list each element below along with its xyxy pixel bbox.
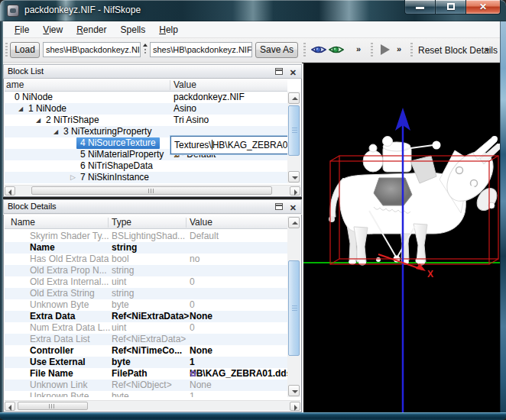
column-header-value[interactable]: Value — [174, 79, 196, 90]
cell-type[interactable]: BSLightingShad... — [112, 231, 185, 242]
cell-name[interactable]: Use External — [30, 357, 86, 368]
tree-row-value[interactable]: packdonkeyz.NIF — [174, 92, 245, 103]
cell-name[interactable]: Has Old Extra Data — [30, 254, 109, 265]
menu-item-help[interactable]: Help — [152, 23, 185, 37]
save-path-input[interactable]: shes\HB\packdonkeyz.NIF — [150, 42, 252, 57]
tree-row-name[interactable]: 1 NiNode — [28, 103, 66, 115]
column-divider[interactable] — [170, 80, 170, 90]
scroll-left-button[interactable] — [5, 186, 15, 195]
table-row[interactable]: Unknown LinkRef<NiObject>None — [5, 380, 287, 391]
tree-row[interactable]: 6 NiTriShapeData — [5, 160, 287, 172]
scroll-thumb[interactable] — [31, 186, 272, 195]
menu-item-spells[interactable]: Spells — [114, 23, 153, 37]
animation-overflow-chevron[interactable]: » — [397, 44, 401, 53]
scroll-right-button[interactable] — [290, 402, 300, 411]
menu-item-file[interactable]: File — [8, 23, 36, 37]
cell-type[interactable]: byte — [112, 391, 129, 397]
cell-value[interactable]: 0 — [190, 276, 195, 288]
tree-row-name[interactable]: 2 NiTriShape — [46, 115, 99, 126]
cell-value[interactable]: 1 — [190, 391, 195, 397]
cell-name[interactable]: Old Extra Prop N... — [30, 265, 107, 276]
blue-eye-icon[interactable] — [311, 44, 326, 55]
table-row[interactable]: Skyrim Shader Ty...BSLightingShad...Defa… — [5, 231, 287, 242]
scroll-down-button[interactable] — [288, 385, 300, 396]
cell-value[interactable]: ✿ HB\KAG_ZEBRA01.dds — [190, 368, 287, 380]
toolbar-grip[interactable] — [5, 43, 8, 58]
play-animation-icon[interactable] — [381, 44, 390, 55]
table-row[interactable]: File NameFilePath✿ HB\KAG_ZEBRA01.dds — [5, 368, 287, 380]
table-row[interactable]: Extra Data ListRef<NiExtraData> — [5, 334, 287, 345]
scroll-thumb[interactable] — [288, 105, 300, 156]
cell-name[interactable]: Old Extra String — [30, 288, 95, 299]
texture-path-edit-field[interactable]: Textures\HB\KAG_ZEBRA01.dd — [170, 136, 287, 154]
column-divider[interactable] — [186, 218, 187, 228]
expanded-arrow-icon[interactable]: ◢ — [18, 105, 23, 112]
close-button[interactable]: ✕ — [465, 0, 501, 15]
cell-value[interactable]: no — [190, 254, 199, 265]
column-header-type[interactable]: Type — [112, 217, 131, 228]
tree-row-value[interactable]: Tri Asino — [174, 115, 209, 126]
tree-row-name[interactable]: 4 NiSourceTexture — [76, 137, 160, 149]
cell-type[interactable]: string — [112, 288, 134, 299]
toolbar-grip[interactable] — [410, 43, 413, 58]
tree-row-name[interactable]: 7 NiSkinInstance — [80, 172, 149, 183]
tree-row-name[interactable]: 5 NiMaterialProperty — [80, 149, 164, 160]
table-row[interactable]: Num Extra Data L...uint0 — [5, 322, 287, 334]
save-as-button[interactable]: Save As — [255, 42, 298, 58]
toolbar-grip[interactable] — [371, 43, 373, 58]
block-details-titlebar[interactable]: Block Details ✕ — [3, 199, 302, 214]
maximize-button[interactable] — [435, 0, 465, 15]
tree-row[interactable]: ◢1 NiNodeAsino — [5, 103, 287, 115]
menu-item-view[interactable]: View — [36, 23, 70, 37]
tree-row[interactable]: 0 NiNodepackdonkeyz.NIF — [5, 92, 287, 103]
cell-type[interactable]: Ref<NiExtraData> — [112, 334, 186, 345]
render-overflow-chevron[interactable]: » — [356, 44, 360, 53]
title-bar[interactable]: packdonkeyz.NIF - NifSkope ✕ — [0, 0, 506, 21]
cell-type[interactable]: Ref<NiTimeCo... — [112, 345, 182, 357]
tree-row[interactable]: ▷7 NiSkinInstance — [5, 172, 287, 183]
scroll-up-button[interactable] — [288, 217, 300, 228]
cell-type[interactable]: uint — [112, 276, 126, 288]
cell-value[interactable]: None — [190, 345, 212, 357]
block-list-hscrollbar[interactable] — [5, 185, 300, 195]
scroll-thumb[interactable] — [18, 402, 88, 410]
table-row[interactable]: Namestring — [5, 242, 287, 254]
cell-type[interactable]: byte — [112, 299, 129, 311]
float-panel-icon[interactable] — [275, 68, 283, 75]
column-divider[interactable] — [108, 218, 109, 228]
cell-type[interactable]: string — [112, 265, 134, 276]
cell-type[interactable]: FilePath — [112, 368, 148, 380]
load-path-input[interactable]: shes\HB\packdonkeyz.NIF — [43, 42, 141, 57]
tree-row-name[interactable]: 0 NiNode — [15, 92, 53, 103]
table-row[interactable]: Has Old Extra Databoolno — [5, 254, 287, 265]
minimize-button[interactable] — [404, 0, 435, 15]
table-row[interactable]: ControllerRef<NiTimeCo...None — [5, 345, 287, 357]
cell-value[interactable]: None — [190, 311, 212, 322]
cell-name[interactable]: Skyrim Shader Ty... — [30, 231, 109, 242]
cell-name[interactable]: Unknown Link — [30, 380, 87, 391]
cell-name[interactable]: Unknown Byte — [30, 391, 89, 397]
float-panel-icon[interactable] — [275, 203, 283, 210]
close-panel-icon[interactable]: ✕ — [290, 202, 297, 215]
cell-value[interactable]: 0 — [190, 299, 195, 311]
column-header-name[interactable]: ame — [6, 79, 24, 90]
load-button[interactable]: Load — [10, 42, 40, 58]
column-header-name[interactable]: Name — [11, 217, 35, 228]
table-row[interactable]: Old Extra Internal...uint0 — [5, 276, 287, 288]
table-row[interactable]: Use Externalbyte1 — [5, 357, 287, 368]
render-viewport[interactable]: X — [303, 63, 500, 412]
cell-type[interactable]: uint — [112, 322, 126, 334]
cell-name[interactable]: Name — [30, 242, 55, 254]
tree-row-name[interactable]: 6 NiTriShapeData — [80, 160, 153, 172]
table-row[interactable]: Unknown Bytebyte1 — [5, 391, 287, 397]
close-panel-icon[interactable]: ✕ — [290, 66, 297, 79]
cell-type[interactable]: string — [112, 242, 137, 254]
cell-value[interactable]: 1 — [190, 357, 195, 368]
cell-name[interactable]: Extra Data — [30, 311, 75, 322]
scroll-up-button[interactable] — [288, 92, 300, 104]
table-row[interactable]: Unknown Bytebyte0 — [5, 299, 287, 311]
scroll-left-button[interactable] — [5, 402, 15, 411]
cell-name[interactable]: Unknown Byte — [30, 299, 89, 311]
cell-type[interactable]: Ref<NiExtraData> — [112, 311, 189, 322]
cell-value[interactable]: 0 — [190, 322, 195, 334]
